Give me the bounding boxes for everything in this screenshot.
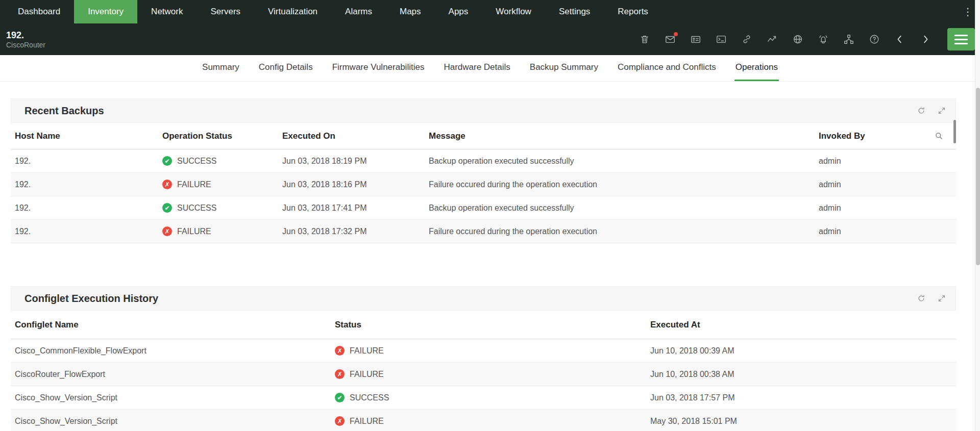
help-icon[interactable] — [869, 34, 880, 45]
configlet-history-panel: Configlet Execution History Configlet Na… — [11, 286, 956, 431]
status-cell: ✗FAILURE — [335, 346, 650, 356]
executed-on-cell: Jun 03, 2018 17:32 PM — [282, 227, 429, 236]
chevron-left-icon[interactable] — [894, 34, 905, 45]
success-icon: ✔ — [162, 156, 172, 166]
credential-icon[interactable] — [690, 34, 701, 45]
nav-item-dashboard[interactable]: Dashboard — [4, 0, 74, 23]
refresh-icon[interactable] — [917, 106, 926, 115]
main-content: Recent Backups Host Name Operation Statu… — [0, 82, 980, 431]
mail-icon[interactable] — [665, 34, 676, 45]
nav-item-maps[interactable]: Maps — [386, 0, 435, 23]
trash-icon[interactable] — [639, 34, 650, 45]
tab-compliance-and-conflicts[interactable]: Compliance and Conflicts — [617, 55, 717, 81]
failure-icon: ✗ — [162, 180, 172, 189]
search-icon[interactable] — [934, 131, 944, 141]
tab-config-details[interactable]: Config Details — [258, 55, 314, 81]
configlet-table-row[interactable]: Cisco_Show_Version_Script✗FAILUREMay 30,… — [11, 410, 956, 431]
tab-operations[interactable]: Operations — [734, 55, 779, 81]
top-navigation: DashboardInventoryNetworkServersVirtuali… — [0, 0, 980, 23]
configlet-name-cell: Cisco_Show_Version_Script — [11, 417, 335, 426]
backup-table-row[interactable]: 192.✔SUCCESSJun 03, 2018 18:19 PMBackup … — [11, 149, 956, 173]
operation-status-cell: ✔SUCCESS — [162, 156, 282, 166]
tab-firmware-vulnerabilities[interactable]: Firmware Vulnerabilities — [331, 55, 426, 81]
notification-dot — [674, 32, 678, 36]
column-executed-on[interactable]: Executed On — [282, 131, 429, 141]
status-cell: ✔SUCCESS — [335, 393, 650, 402]
invoked-by-cell: admin — [819, 204, 956, 213]
panel-title: Recent Backups — [24, 105, 104, 117]
tab-hardware-details[interactable]: Hardware Details — [443, 55, 511, 81]
device-info: 192. CiscoRouter — [6, 30, 45, 49]
recent-backups-panel-header: Recent Backups — [11, 98, 956, 123]
column-executed-at[interactable]: Executed At — [650, 320, 956, 330]
column-operation-status[interactable]: Operation Status — [162, 131, 282, 141]
expand-icon[interactable] — [937, 294, 946, 303]
operation-status-cell: ✗FAILURE — [162, 180, 282, 189]
success-icon: ✔ — [162, 203, 172, 213]
nav-item-reports[interactable]: Reports — [604, 0, 662, 23]
invoked-by-cell: admin — [819, 227, 956, 236]
host-name-cell: 192. — [11, 204, 162, 213]
scrollbar-thumb[interactable] — [976, 88, 980, 265]
device-header: 192. CiscoRouter — [0, 23, 980, 55]
configlet-name-cell: Cisco_CommonFlexible_FlowExport — [11, 346, 335, 356]
executed-at-cell: Jun 10, 2018 00:39 AM — [650, 346, 956, 356]
tab-backup-summary[interactable]: Backup Summary — [529, 55, 599, 81]
link-icon[interactable] — [741, 34, 752, 45]
status-cell: ✗FAILURE — [335, 369, 650, 379]
topology-icon[interactable] — [843, 34, 854, 45]
host-name-cell: 192. — [11, 157, 162, 166]
executed-on-cell: Jun 03, 2018 18:16 PM — [282, 180, 429, 189]
status-cell: ✗FAILURE — [335, 416, 650, 426]
executed-at-cell: Jun 03, 2018 17:57 PM — [650, 393, 956, 402]
message-cell: Backup operation executed successfully — [429, 204, 819, 213]
column-invoked-by-label: Invoked By — [819, 131, 865, 141]
nav-item-virtualization[interactable]: Virtualization — [254, 0, 331, 23]
backup-table-row[interactable]: 192.✗FAILUREJun 03, 2018 18:16 PMFailure… — [11, 173, 956, 196]
nav-item-apps[interactable]: Apps — [435, 0, 482, 23]
nav-item-settings[interactable]: Settings — [545, 0, 604, 23]
column-configlet-name[interactable]: Configlet Name — [11, 320, 335, 330]
chevron-right-icon[interactable] — [920, 34, 931, 45]
nav-item-servers[interactable]: Servers — [197, 0, 254, 23]
nav-item-workflow[interactable]: Workflow — [482, 0, 545, 23]
backup-table-row[interactable]: 192.✔SUCCESSJun 03, 2018 17:41 PMBackup … — [11, 196, 956, 220]
host-name-cell: 192. — [11, 180, 162, 189]
table-scrollbar[interactable] — [953, 120, 956, 143]
column-host-name[interactable]: Host Name — [11, 131, 162, 141]
column-invoked-by[interactable]: Invoked By — [819, 131, 956, 141]
configlet-table-row[interactable]: CiscoRouter_FlowExport✗FAILUREJun 10, 20… — [11, 363, 956, 386]
executed-at-cell: Jun 10, 2018 00:38 AM — [650, 370, 956, 379]
terminal-icon[interactable] — [716, 34, 727, 45]
refresh-icon[interactable] — [917, 294, 926, 303]
column-status[interactable]: Status — [335, 320, 650, 330]
tab-summary[interactable]: Summary — [201, 55, 240, 81]
expand-icon[interactable] — [937, 106, 946, 115]
page-scrollbar[interactable] — [975, 0, 980, 431]
operation-status-cell: ✗FAILURE — [162, 226, 282, 236]
message-cell: Failure occured during the operation exe… — [429, 180, 819, 189]
alarm-icon[interactable] — [818, 34, 829, 45]
nav-item-alarms[interactable]: Alarms — [331, 0, 386, 23]
message-cell: Failure occured during the operation exe… — [429, 227, 819, 236]
nav-item-network[interactable]: Network — [137, 0, 197, 23]
panel-actions — [917, 106, 946, 115]
configlet-table-row[interactable]: Cisco_Show_Version_Script✔SUCCESSJun 03,… — [11, 386, 956, 410]
globe-icon[interactable] — [792, 34, 803, 45]
hamburger-menu-icon[interactable] — [947, 28, 975, 50]
tab-bar: SummaryConfig DetailsFirmware Vulnerabil… — [0, 55, 980, 82]
executed-at-cell: May 30, 2018 15:01 PM — [650, 417, 956, 426]
configlet-history-panel-header: Configlet Execution History — [11, 286, 956, 311]
column-message[interactable]: Message — [429, 131, 819, 141]
sparkline-icon[interactable] — [767, 34, 778, 45]
recent-backups-panel: Recent Backups Host Name Operation Statu… — [11, 98, 956, 243]
success-icon: ✔ — [335, 393, 345, 402]
recent-backups-column-header: Host Name Operation Status Executed On M… — [11, 123, 956, 149]
configlet-table-row[interactable]: Cisco_CommonFlexible_FlowExport✗FAILUREJ… — [11, 339, 956, 363]
failure-icon: ✗ — [335, 416, 345, 426]
recent-backups-rows: 192.✔SUCCESSJun 03, 2018 18:19 PMBackup … — [11, 149, 956, 243]
host-name-cell: 192. — [11, 227, 162, 236]
backup-table-row[interactable]: 192.✗FAILUREJun 03, 2018 17:32 PMFailure… — [11, 220, 956, 243]
failure-icon: ✗ — [335, 346, 345, 356]
nav-item-inventory[interactable]: Inventory — [74, 0, 137, 23]
